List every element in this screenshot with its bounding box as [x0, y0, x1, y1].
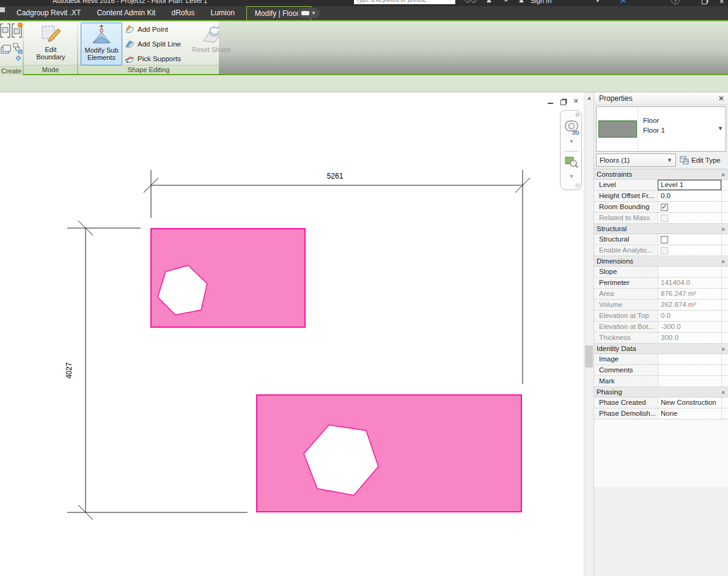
sign-in-button[interactable]: Sign In: [531, 0, 551, 4]
help-search-input[interactable]: Type a keyword or phrase: [353, 0, 456, 5]
svg-text:2D: 2D: [572, 130, 579, 135]
modify-sub-elements-button[interactable]: Modify Sub Elements: [81, 23, 122, 65]
property-row-enable-analytical: Enable Analytic...: [594, 245, 728, 256]
chevron-down-icon: ▼: [667, 157, 672, 163]
signin-user-icon[interactable]: ♟: [518, 0, 524, 4]
help-icon[interactable]: ?: [671, 0, 680, 4]
edit-boundary-button[interactable]: Edit Boundary: [30, 23, 72, 65]
zoom-dropdown-icon[interactable]: ▼: [561, 174, 583, 179]
structural-checkbox[interactable]: [661, 236, 668, 243]
property-row-perimeter: Perimeter 141404.0: [594, 278, 728, 289]
slope-value-field[interactable]: [658, 267, 721, 277]
property-row-thickness: Thickness 300.0: [594, 333, 728, 344]
navbar-collapse-icon[interactable]: ⊖: [575, 182, 580, 189]
favorites-icon[interactable]: ✶: [503, 0, 509, 4]
section-dimensions[interactable]: Dimensions«: [594, 256, 728, 267]
add-point-button[interactable]: Add Point: [125, 23, 168, 35]
type-preview: [598, 108, 638, 150]
room-bounding-checkbox[interactable]: [661, 204, 668, 211]
section-identity-data[interactable]: Identity Data«: [594, 344, 728, 354]
mark-value-field[interactable]: [658, 376, 721, 386]
scroll-up-icon[interactable]: ▲: [584, 95, 594, 101]
property-row-area: Area 876.247 m²: [594, 289, 728, 300]
floor-slab-2[interactable]: [257, 395, 521, 512]
panel-label-mode[interactable]: Mode: [24, 65, 77, 74]
collapse-icon[interactable]: «: [720, 260, 727, 263]
scrollbar-thumb[interactable]: [585, 345, 593, 367]
exchange-apps-icon[interactable]: ✕: [620, 0, 627, 5]
section-structural[interactable]: Structural«: [594, 224, 728, 234]
thickness-value: 300.0: [658, 333, 721, 343]
add-point-icon: [125, 25, 135, 34]
navigation-bar[interactable]: ⊗ 2D ▼ ▼ ⊖: [560, 110, 582, 190]
view-minimize-button[interactable]: [548, 98, 553, 104]
type-selector[interactable]: Floor Floor 1 ▼: [596, 106, 726, 152]
create-panel-icons[interactable]: [0, 21, 23, 64]
window-close-button[interactable]: ✕: [719, 0, 724, 6]
tab-drofus[interactable]: dRofus: [163, 6, 202, 20]
chevron-down-icon: ▼: [311, 10, 316, 16]
navbar-close-icon[interactable]: ⊗: [575, 111, 580, 118]
property-row-height-offset: Height Offset Fr... 0.0: [594, 191, 728, 202]
search-placeholder: Type a keyword or phrase: [354, 0, 455, 4]
height-offset-value-field[interactable]: 0.0: [658, 191, 721, 201]
panel-button-icon: [301, 11, 309, 15]
panel-create: Create: [0, 21, 23, 74]
panel-label-shape-editing[interactable]: Shape Editing: [78, 65, 219, 74]
property-row-elevation-top: Elevation at Top 0.0: [594, 311, 728, 322]
property-row-level: Level Level 1: [594, 180, 728, 191]
steering-wheel-dropdown-icon[interactable]: ▼: [561, 139, 583, 144]
phase-created-value-field[interactable]: New Construction: [658, 397, 721, 408]
phase-demolished-value-field[interactable]: None: [658, 408, 721, 419]
related-to-mass-checkbox: [661, 215, 668, 222]
property-row-room-bounding: Room Bounding: [594, 202, 728, 213]
pick-supports-button[interactable]: Pick Supports: [125, 53, 181, 65]
reset-shape-button[interactable]: Reset Shape: [191, 23, 232, 65]
collapse-icon[interactable]: «: [720, 227, 727, 231]
canvas-vertical-scrollbar[interactable]: ▲: [584, 92, 594, 576]
tab-cadgroup-revit-xt[interactable]: Cadgroup Revit .XT: [9, 6, 89, 20]
panel-label-create[interactable]: Create: [0, 66, 23, 75]
properties-title: Properties: [599, 94, 633, 103]
section-phasing[interactable]: Phasing«: [594, 387, 728, 397]
add-split-line-button[interactable]: Add Split Line: [125, 38, 181, 50]
ribbon-display-toggle[interactable]: ▼: [298, 8, 320, 18]
floor-plan-view[interactable]: 5261 4027: [0, 92, 584, 576]
view-restore-button[interactable]: [561, 100, 566, 105]
comments-value-field[interactable]: [658, 365, 721, 375]
steering-wheel-icon: 2D: [564, 119, 579, 135]
zoom-button[interactable]: [561, 155, 583, 171]
dimension-value-horizontal[interactable]: 5261: [327, 172, 344, 180]
dimension-value-vertical[interactable]: 4027: [65, 362, 73, 378]
level-value-field[interactable]: Level 1: [658, 180, 721, 190]
quick-access-stub-icon: [0, 7, 5, 12]
section-constraints[interactable]: Constraints«: [594, 169, 728, 180]
property-grid-empty-area: [594, 419, 728, 487]
tab-content-admin-kit[interactable]: Content Admin Kit: [89, 6, 163, 20]
collapse-icon[interactable]: «: [720, 391, 727, 394]
selection-filter-combo[interactable]: Floors (1) ▼: [596, 153, 676, 167]
steering-wheel-button[interactable]: 2D: [561, 119, 583, 137]
property-row-phase-created: Phase Created New Construction: [594, 397, 728, 408]
search-icon[interactable]: ⚆⚆: [465, 0, 477, 4]
view-close-button[interactable]: ✕: [573, 98, 579, 105]
options-bar: [0, 75, 728, 92]
collapse-icon[interactable]: «: [720, 173, 727, 176]
subscription-icon[interactable]: ♟: [486, 0, 492, 4]
view-window-controls: ✕: [548, 98, 579, 105]
tab-lumion[interactable]: Lumion: [202, 6, 242, 20]
property-row-mark: Mark: [594, 376, 728, 387]
edit-type-button[interactable]: Edit Type: [678, 153, 726, 167]
app-title: Autodesk Revit 2016 - Project2 - Floor P…: [53, 0, 207, 4]
image-value-field[interactable]: [658, 354, 721, 364]
navbar-divider: [564, 151, 578, 152]
drawing-area[interactable]: 5261 4027 ✕ ⊗ 2D ▼: [0, 92, 584, 576]
properties-close-icon[interactable]: ✕: [718, 94, 724, 103]
property-row-slope: Slope: [594, 267, 728, 278]
window-restore-button[interactable]: [702, 0, 707, 6]
property-row-phase-demolished: Phase Demolish... None: [594, 408, 728, 419]
modify-sub-elements-icon: [91, 24, 112, 46]
collapse-icon[interactable]: «: [720, 347, 727, 350]
signin-dropdown-icon[interactable]: ▾: [596, 0, 600, 4]
type-selector-dropdown-icon[interactable]: ▼: [718, 125, 723, 131]
